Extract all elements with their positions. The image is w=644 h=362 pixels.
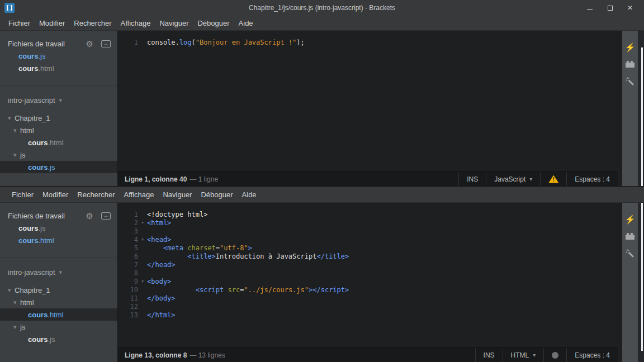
- indent-setting[interactable]: Espaces : 4: [566, 348, 618, 362]
- tree-file-cours-js[interactable]: cours.js: [0, 161, 117, 173]
- code-line[interactable]: 4▼<head>: [118, 236, 618, 244]
- tree-folder-html[interactable]: ▾html: [0, 124, 117, 136]
- folder-disclosure-icon[interactable]: ▾: [13, 323, 20, 331]
- folder-disclosure-icon[interactable]: ▾: [13, 127, 20, 134]
- scrollbar-track[interactable]: [618, 31, 622, 186]
- menu-rechercher[interactable]: Rechercher: [73, 190, 119, 199]
- project-dropdown[interactable]: intro-javascript ▾: [0, 94, 117, 106]
- code-text[interactable]: <body>: [147, 278, 618, 286]
- code-editor[interactable]: 1<!doctype html>2▼<html>34▼<head>5 <meta…: [118, 203, 618, 347]
- tree-folder-html[interactable]: ▾html: [0, 296, 117, 308]
- menu-naviguer[interactable]: Naviguer: [158, 190, 196, 199]
- indent-setting[interactable]: Espaces : 4: [566, 172, 618, 186]
- code-token-tag: </script>: [312, 286, 349, 294]
- sidebar: Fichiers de travail ⚙ ↔ cours.js cours.h…: [0, 203, 117, 362]
- code-text[interactable]: </html>: [147, 311, 618, 320]
- split-view-icon[interactable]: ↔: [101, 212, 111, 220]
- tree-file-cours-js[interactable]: cours.js: [0, 333, 117, 345]
- menu-aide[interactable]: Aide: [234, 19, 258, 27]
- extension-manager-icon[interactable]: [626, 63, 634, 68]
- menu-fichier[interactable]: Fichier: [4, 19, 35, 27]
- code-line[interactable]: 1console.log("Bonjour en JavaScript !");: [118, 39, 618, 47]
- code-line[interactable]: 11</body>: [118, 294, 618, 303]
- tree-folder-chapitre-1[interactable]: ▾Chapitre_1: [0, 112, 117, 124]
- menu-naviguer[interactable]: Naviguer: [155, 19, 193, 27]
- working-file-cours-html[interactable]: cours.html: [0, 62, 117, 74]
- code-line[interactable]: 2▼<html>: [118, 219, 618, 227]
- editor-pane[interactable]: 1<!doctype html>2▼<html>34▼<head>5 <meta…: [117, 203, 618, 362]
- code-line[interactable]: 13</html>: [118, 311, 618, 320]
- code-text[interactable]: <head>: [147, 236, 618, 244]
- code-line[interactable]: 8: [118, 269, 618, 278]
- code-text[interactable]: <html>: [147, 219, 618, 227]
- code-line[interactable]: 10 <script src="../js/cours.js"></script…: [118, 286, 618, 294]
- split-view-icon[interactable]: ↔: [101, 40, 111, 47]
- tree-folder-chapitre-1[interactable]: ▾Chapitre_1: [0, 284, 117, 296]
- working-file-cours-js[interactable]: cours.js: [0, 222, 117, 234]
- maximize-button[interactable]: [603, 2, 617, 13]
- code-line[interactable]: 7</head>: [118, 261, 618, 269]
- code-line[interactable]: 3: [118, 227, 618, 236]
- minimize-button[interactable]: [583, 2, 597, 13]
- language-selector[interactable]: HTML▾: [503, 348, 544, 362]
- code-text[interactable]: <meta charset="utf-8">: [147, 244, 618, 253]
- title-bar[interactable]: Chapitre_1/js/cours.js (intro-javascript…: [0, 0, 644, 16]
- magic-wand-icon[interactable]: [626, 77, 634, 86]
- tree-folder-js[interactable]: ▾js: [0, 149, 117, 161]
- menu-deboguer[interactable]: Déboguer: [196, 190, 237, 199]
- code-line[interactable]: 1<!doctype html>: [118, 211, 618, 219]
- folder-disclosure-icon[interactable]: ▾: [13, 151, 20, 159]
- live-preview-icon[interactable]: ⚡: [625, 43, 636, 51]
- insert-mode-indicator[interactable]: INS: [458, 172, 486, 186]
- code-text[interactable]: [147, 227, 618, 236]
- fold-arrow-icon[interactable]: ▼: [138, 278, 147, 286]
- code-line[interactable]: 5 <meta charset="utf-8">: [118, 244, 618, 253]
- code-line[interactable]: 12: [118, 303, 618, 311]
- editor-pane[interactable]: 1console.log("Bonjour en JavaScript !");…: [117, 31, 618, 186]
- tree-file-cours-html[interactable]: cours.html: [0, 308, 117, 321]
- scrollbar-track[interactable]: [618, 203, 622, 362]
- fold-arrow-icon[interactable]: ▼: [138, 236, 147, 244]
- live-preview-icon[interactable]: ⚡: [625, 215, 636, 223]
- lint-status[interactable]: !: [540, 172, 566, 186]
- working-file-cours-html[interactable]: cours.html: [0, 234, 117, 246]
- tree-file-cours-html[interactable]: cours.html: [0, 136, 117, 149]
- code-text[interactable]: </head>: [147, 261, 618, 269]
- code-line[interactable]: 6 <title>Introduction à JavaScript</titl…: [118, 253, 618, 261]
- language-selector[interactable]: JavaScript▾: [486, 172, 540, 186]
- lint-status[interactable]: [543, 348, 566, 362]
- menu-fichier[interactable]: Fichier: [7, 190, 38, 199]
- menu-aide[interactable]: Aide: [238, 190, 261, 199]
- gear-icon[interactable]: ⚙: [86, 40, 93, 48]
- code-text[interactable]: [147, 269, 618, 278]
- code-text[interactable]: <title>Introduction à JavaScript</title>: [147, 253, 618, 261]
- fold-arrow-icon[interactable]: ▼: [138, 219, 147, 227]
- menu-affichage[interactable]: Affichage: [119, 190, 158, 199]
- folder-disclosure-icon[interactable]: ▾: [13, 299, 20, 306]
- close-button[interactable]: ✕: [623, 2, 637, 13]
- code-text[interactable]: console.log("Bonjour en JavaScript !");: [147, 39, 618, 47]
- code-text[interactable]: [147, 303, 618, 311]
- menu-affichage[interactable]: Affichage: [116, 19, 155, 27]
- menu-modifier[interactable]: Modifier: [38, 190, 73, 199]
- menu-deboguer[interactable]: Déboguer: [193, 19, 234, 27]
- gear-icon[interactable]: ⚙: [86, 212, 93, 220]
- folder-disclosure-icon[interactable]: ▾: [8, 287, 15, 294]
- code-line[interactable]: 9▼<body>: [118, 278, 618, 286]
- tree-folder-js[interactable]: ▾js: [0, 321, 117, 333]
- project-dropdown[interactable]: intro-javascript ▾: [0, 266, 117, 278]
- code-token-tag: </head>: [147, 261, 176, 269]
- code-text[interactable]: </body>: [147, 294, 618, 303]
- code-text[interactable]: <script src="../js/cours.js"></script>: [147, 286, 618, 294]
- insert-mode-indicator[interactable]: INS: [475, 348, 503, 362]
- extension-manager-icon[interactable]: [626, 235, 634, 240]
- working-file-cours-js[interactable]: cours.js: [0, 50, 117, 62]
- brackets-window-bottom: Fichier Modifier Rechercher Affichage Na…: [0, 186, 644, 362]
- code-editor[interactable]: 1console.log("Bonjour en JavaScript !");: [118, 31, 618, 172]
- folder-disclosure-icon[interactable]: ▾: [8, 115, 15, 122]
- menu-rechercher[interactable]: Rechercher: [69, 19, 116, 27]
- folder-label: html: [20, 126, 34, 135]
- code-text[interactable]: <!doctype html>: [147, 211, 618, 219]
- menu-modifier[interactable]: Modifier: [35, 19, 69, 27]
- magic-wand-icon[interactable]: [626, 249, 634, 258]
